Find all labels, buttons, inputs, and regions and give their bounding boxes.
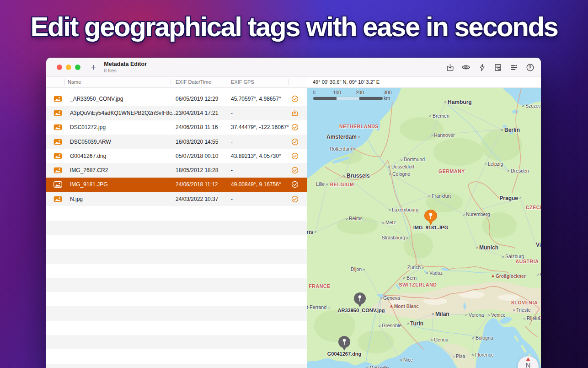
table-row[interactable]: N.jpg 24/03/2022 10:37 -	[46, 192, 307, 206]
scale-bar	[313, 97, 383, 100]
column-header-name[interactable]: Name	[68, 79, 81, 85]
map-view[interactable]: HamburgSzczecinBremenHannoverBerlinAmste…	[307, 88, 541, 368]
photo-file-icon	[53, 96, 62, 102]
map-label-city: Lille	[316, 181, 329, 187]
exif-gps: -	[231, 110, 233, 116]
map-label-city: Turin	[406, 320, 423, 327]
preview-eye-icon[interactable]	[461, 63, 470, 72]
map-label-city: Dortmund	[399, 157, 425, 162]
map-label-city: Rijeka	[522, 315, 540, 321]
map-label-city: Frankfurt	[427, 193, 451, 199]
map-label-city: Hannover	[429, 132, 455, 138]
scale-label: 0	[313, 90, 315, 95]
column-header-datetime[interactable]: EXIF Date/Time	[176, 79, 211, 85]
coordinate-bar: 49° 00' 30.6" N, 09° 10' 3.2" E	[307, 77, 540, 88]
inspect-metadata-icon[interactable]	[493, 63, 502, 72]
exif-gps: -	[231, 196, 233, 202]
file-name: _AR33950_CONV.jpg	[70, 96, 123, 102]
compass-north-needle	[526, 357, 530, 361]
saved-check-icon	[291, 152, 299, 160]
photo-file-icon	[53, 139, 62, 145]
exif-gps: 37.44479°, -122.16067°	[231, 124, 289, 130]
exif-datetime: 23/04/2014 17:21	[176, 110, 218, 116]
pin-label: G0041267.dng	[327, 351, 362, 357]
map-label-city: Metz	[381, 220, 396, 225]
close-button[interactable]	[57, 65, 62, 70]
empty-row	[46, 249, 307, 263]
map-label-country: SLOVENIA	[511, 300, 538, 305]
scale-label: 200	[356, 90, 364, 95]
app-window: + Metadata Editor 8 files ?	[46, 58, 541, 368]
saved-check-icon	[291, 167, 299, 174]
help-icon[interactable]: ?	[525, 63, 535, 72]
map-label-city: Prague	[499, 195, 523, 201]
map-label-country: BELGIUM	[330, 182, 354, 187]
zoom-button[interactable]	[75, 65, 80, 70]
window-title: Metadata Editor	[104, 61, 147, 67]
map-label-mountain: Großglockner	[492, 274, 526, 279]
table-row[interactable]: A3pQuViEy54adKQ1WNEPB2Q2nSvIF8c... 23/04…	[46, 106, 307, 120]
compass-label: N	[526, 361, 531, 368]
map-label-city: Venice	[486, 312, 506, 318]
file-table-body: _AR33950_CONV.jpg 06/05/2019 12:29 45.70…	[46, 88, 307, 368]
empty-row	[46, 306, 307, 320]
add-files-button[interactable]: +	[91, 62, 96, 72]
exif-gps: 49.00849°, 9.16756°	[231, 181, 281, 188]
exif-datetime: 05/07/2018 00:10	[176, 153, 218, 159]
saved-check-icon	[291, 181, 299, 188]
file-name: IMG_7687.CR2	[70, 167, 108, 173]
header-divider	[64, 79, 65, 85]
table-row[interactable]: DSC01272.jpg 24/06/2018 11:16 37.44479°,…	[46, 120, 307, 135]
map-label-city: Rotterdam	[330, 146, 357, 152]
empty-row	[46, 321, 307, 335]
map-pin[interactable]: IMG_9181.JPG	[424, 209, 438, 227]
table-row[interactable]: G0041267.dng 05/07/2018 00:10 43.89213°,…	[46, 149, 307, 163]
map-label-country: CZECHIA	[526, 205, 541, 210]
map-label-city: Vaduz	[425, 270, 443, 276]
map-label-city: Verona	[464, 312, 484, 318]
table-row[interactable]: DSC05039.ARW 16/03/2020 14:55 -	[46, 135, 307, 149]
table-header: Name EXIF Date/Time EXIF GPS	[46, 77, 307, 88]
minimize-button[interactable]	[66, 65, 71, 70]
map-label-city: Marseille	[365, 365, 389, 368]
map-label-city: Florence	[470, 352, 494, 357]
exif-datetime: 24/06/2018 11:16	[176, 124, 218, 130]
map-label-country: NETHERLANDS	[339, 124, 379, 129]
photo-file-icon	[53, 153, 62, 159]
map-label-city: Graz	[535, 271, 541, 277]
quick-action-bolt-icon[interactable]	[477, 63, 486, 72]
export-icon[interactable]	[445, 63, 454, 72]
map-label-country: SWITZERLAND	[399, 282, 437, 287]
file-count-subtitle: 8 files	[104, 68, 147, 73]
column-header-gps[interactable]: EXIF GPS	[231, 79, 254, 85]
map-label-city: Bremen	[428, 113, 449, 119]
exif-gps: 43.89213°, 4.05730°	[231, 153, 281, 159]
map-label-city: Düsseldorf	[387, 164, 414, 169]
header-divider	[171, 79, 171, 85]
photo-location-pin-icon	[353, 292, 367, 308]
table-row[interactable]: _AR33950_CONV.jpg 06/05/2019 12:29 45.70…	[46, 92, 307, 106]
file-name: DSC05039.ARW	[70, 139, 111, 145]
map-labels-layer: HamburgSzczecinBremenHannoverBerlinAmste…	[307, 88, 541, 368]
map-pin[interactable]: _AR33950_CONV.jpg	[353, 292, 367, 310]
table-row[interactable]: IMG_7687.CR2 18/05/2012 18:28 -	[46, 163, 307, 177]
map-label-mountain: Mont Blanc	[390, 304, 419, 309]
empty-row	[46, 292, 307, 306]
map-label-city: Paris	[307, 229, 318, 235]
map-pin[interactable]: G0041267.dng	[337, 336, 351, 354]
exif-datetime: 24/06/2018 11:12	[176, 181, 218, 188]
table-row[interactable]: IMG_9181.JPG 24/06/2018 11:12 49.00849°,…	[46, 178, 307, 192]
empty-row	[46, 235, 307, 249]
empty-row	[46, 221, 307, 235]
filter-list-icon[interactable]	[509, 63, 519, 72]
photo-file-icon	[53, 124, 62, 130]
saved-check-icon	[291, 95, 299, 103]
pending-save-icon	[291, 109, 299, 117]
exif-datetime: 24/03/2022 10:37	[176, 196, 218, 202]
empty-row	[46, 206, 307, 220]
window-title-block: Metadata Editor 8 files	[104, 61, 147, 73]
map-label-city: Nice	[399, 357, 413, 363]
file-name: IMG_9181.JPG	[70, 181, 108, 188]
exif-gps: -	[231, 167, 233, 173]
exif-gps: 45.70597°, 4.98657°	[231, 96, 281, 102]
